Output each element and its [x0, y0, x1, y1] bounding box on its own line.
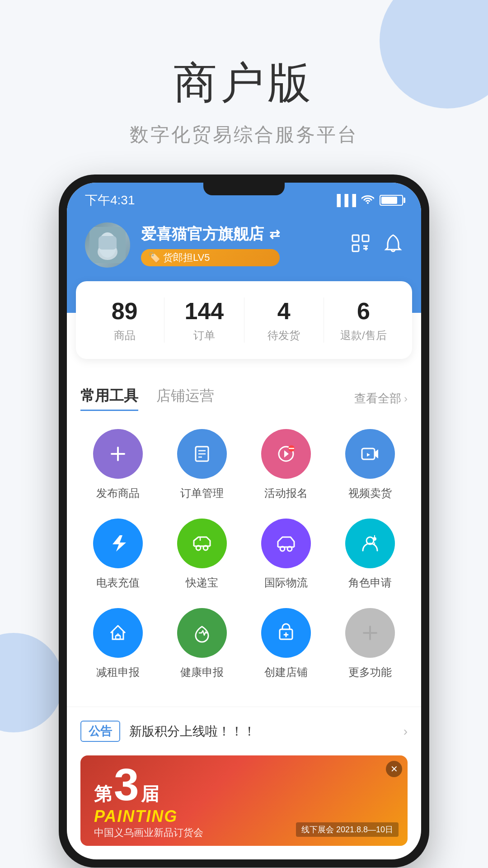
switch-icon[interactable]: ⇄: [269, 227, 280, 242]
stat-label-2: 待发货: [244, 328, 324, 343]
user-name: 爱喜猫官方旗舰店 ⇄: [141, 224, 280, 245]
status-icons: ▐▐▐: [333, 194, 403, 207]
stat-item-3[interactable]: 6 退款/售后: [324, 297, 403, 343]
tool-icon-publish: [93, 429, 143, 479]
svg-rect-4: [352, 235, 359, 241]
announce-tag: 公告: [80, 721, 120, 742]
banner-suffix: 届: [141, 782, 159, 807]
tool-icon-health: [177, 608, 227, 658]
tool-item-health[interactable]: 健康申报: [164, 608, 239, 679]
announce-arrow-icon: ›: [404, 724, 408, 739]
phone-frame: 下午4:31 ▐▐▐: [59, 175, 429, 868]
tool-item-video[interactable]: 视频卖货: [333, 429, 408, 500]
tool-item-publish[interactable]: 发布商品: [80, 429, 155, 500]
user-right: [351, 233, 403, 257]
tool-label-publish: 发布商品: [96, 486, 140, 500]
tool-icon-activity: [261, 429, 311, 479]
tool-label-role: 角色申请: [348, 576, 392, 590]
tool-label-more: 更多功能: [348, 665, 392, 679]
stat-number-1: 144: [164, 297, 244, 325]
tool-item-orders[interactable]: 订单管理: [164, 429, 239, 500]
banner-subtitle: 中国义乌画业新品订货会: [94, 826, 203, 840]
phone-screen: 下午4:31 ▐▐▐: [67, 183, 421, 859]
tool-icon-express: [177, 519, 227, 568]
tool-label-logistics: 国际物流: [264, 576, 308, 590]
tool-item-activity[interactable]: 活动报名: [249, 429, 324, 500]
tabs-row: 常用工具 店铺运营 查看全部 ›: [80, 386, 408, 411]
stat-label-1: 订单: [164, 328, 244, 343]
scan-icon[interactable]: [351, 233, 371, 257]
app-subtitle: 数字化贸易综合服务平台: [0, 122, 488, 147]
svg-point-28: [373, 537, 376, 541]
tool-icon-logistics: [261, 519, 311, 568]
tool-icon-create: [261, 608, 311, 658]
banner[interactable]: 第 3 届 PAINTING 中国义乌画业新品订货会 ✕ 线下展会 2021.8…: [80, 755, 408, 846]
level-icon: 🏷️: [148, 252, 160, 264]
stat-label-0: 商品: [85, 328, 164, 343]
tool-icon-video: [345, 429, 395, 479]
banner-prefix: 第: [94, 782, 112, 807]
battery-icon: [380, 195, 403, 206]
tool-item-role[interactable]: 角色申请: [333, 519, 408, 590]
tool-icon-rent: [93, 608, 143, 658]
svg-point-26: [287, 547, 292, 551]
svg-point-25: [280, 547, 285, 551]
tool-label-express: 快递宝: [186, 576, 218, 590]
stat-number-2: 4: [244, 297, 324, 325]
tool-icon-more: [345, 608, 395, 658]
stat-number-3: 6: [324, 297, 403, 325]
banner-date: 线下展会 2021.8.8—10日: [296, 822, 399, 837]
tool-item-electricity[interactable]: 电表充值: [80, 519, 155, 590]
announce-text: 新版积分上线啦！！！: [129, 723, 394, 740]
phone-wrapper: 下午4:31 ▐▐▐: [0, 175, 488, 868]
stat-label-3: 退款/售后: [324, 328, 403, 343]
stat-item-2[interactable]: 4 待发货: [244, 297, 324, 343]
tool-label-activity: 活动报名: [264, 486, 308, 500]
tool-icon-role: [345, 519, 395, 568]
tab-shop-operations[interactable]: 店铺运营: [156, 386, 214, 411]
tool-item-rent[interactable]: 减租申报: [80, 608, 155, 679]
phone-notch: [203, 183, 285, 195]
tool-label-create: 创建店铺: [264, 665, 308, 679]
tool-label-health: 健康申报: [180, 665, 224, 679]
banner-number: 3: [114, 762, 139, 807]
user-row: 爱喜猫官方旗舰店 ⇄ 🏷️ 货郎担LV5: [85, 222, 403, 268]
tool-label-video: 视频卖货: [348, 486, 392, 500]
tool-label-orders: 订单管理: [180, 486, 224, 500]
tool-icon-electricity: [93, 519, 143, 568]
stats-card: 89 商品 144 订单 4 待发货 6 退款/售后: [76, 281, 412, 359]
notification-icon[interactable]: [383, 233, 403, 257]
svg-rect-5: [352, 245, 359, 251]
banner-title: PAINTING: [94, 807, 178, 826]
tool-item-create[interactable]: 创建店铺: [249, 608, 324, 679]
tool-label-rent: 减租申报: [96, 665, 140, 679]
tools-grid: 发布商品 订单管理 活动报名 视频卖货 电表充值 快递宝 国际物流: [80, 429, 408, 679]
tool-item-more[interactable]: 更多功能: [333, 608, 408, 679]
avatar-image: [85, 222, 130, 268]
svg-rect-31: [116, 636, 120, 639]
status-time: 下午4:31: [85, 192, 135, 209]
view-all-button[interactable]: 查看全部 ›: [354, 391, 408, 406]
tabs-left: 常用工具 店铺运营: [80, 386, 214, 411]
stat-item-0[interactable]: 89 商品: [85, 297, 164, 343]
user-info: 爱喜猫官方旗舰店 ⇄ 🏷️ 货郎担LV5: [141, 224, 280, 266]
stat-item-1[interactable]: 144 订单: [164, 297, 244, 343]
tool-label-electricity: 电表充值: [96, 576, 140, 590]
svg-rect-3: [99, 236, 117, 250]
tool-item-logistics[interactable]: 国际物流: [249, 519, 324, 590]
level-badge: 🏷️ 货郎担LV5: [141, 249, 280, 266]
main-content: 常用工具 店铺运营 查看全部 › 发布商品 订单管理 活动报名: [67, 368, 421, 698]
banner-close-button[interactable]: ✕: [386, 761, 402, 777]
avatar: [85, 222, 130, 268]
signal-icon: ▐▐▐: [333, 194, 356, 207]
chevron-right-icon: ›: [404, 392, 408, 405]
svg-point-22: [203, 546, 208, 550]
tool-item-express[interactable]: 快递宝: [164, 519, 239, 590]
user-left: 爱喜猫官方旗舰店 ⇄ 🏷️ 货郎担LV5: [85, 222, 280, 268]
app-title: 商户版: [0, 54, 488, 113]
tool-icon-orders: [177, 429, 227, 479]
svg-rect-6: [362, 235, 369, 241]
svg-point-21: [196, 546, 201, 550]
announcement-bar[interactable]: 公告 新版积分上线啦！！！ ›: [67, 707, 421, 755]
tab-common-tools[interactable]: 常用工具: [80, 386, 138, 411]
